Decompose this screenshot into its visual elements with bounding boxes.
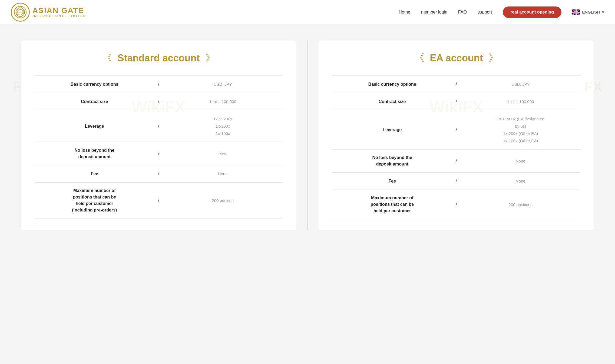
ea-currency-divider: / [452, 81, 461, 87]
standard-currency-label: Basic currency options [34, 81, 155, 88]
ea-noloss-divider: / [452, 158, 461, 164]
bracket-left-standard: 《 [102, 51, 112, 65]
standard-fee-divider: / [155, 171, 163, 177]
standard-fee-label: Fee [34, 171, 155, 177]
standard-maxpos-value: 200 position [163, 197, 283, 204]
ea-account-heading: EA account [430, 52, 483, 64]
bracket-left-ea: 《 [415, 51, 424, 65]
ea-fee-value: None [461, 177, 581, 185]
main-content: FX 《 Standard account 》 Basic currency o… [10, 24, 605, 241]
standard-row-fee: Fee / None [34, 165, 283, 182]
standard-contract-value: 1 lot = 100,000 [163, 98, 283, 105]
standard-noloss-value: Yes [163, 150, 283, 157]
language-selector[interactable]: ENGLISH ▾ [572, 9, 604, 15]
ea-row-leverage: Leverage / 1x-1: 500x (EA designatedby u… [332, 110, 581, 149]
standard-contract-divider: / [155, 99, 163, 104]
standard-leverage-divider: / [155, 123, 163, 129]
ea-maxpos-divider: / [452, 202, 461, 207]
standard-noloss-divider: / [155, 151, 163, 157]
ea-leverage-value: 1x-1: 500x (EA designatedby us)1x-200x (… [461, 115, 581, 144]
standard-noloss-label: No loss beyond thedeposit amount [34, 147, 155, 160]
standard-leverage-value: 1x-1: 200x1x-200x1x-100x [163, 115, 283, 137]
standard-account-table: Basic currency options / USD, JPY Contra… [34, 75, 283, 219]
nav-support[interactable]: support [478, 10, 492, 15]
ea-account-title: 《 EA account 》 [332, 51, 581, 65]
nav-member-login[interactable]: member login [421, 10, 447, 15]
ea-noloss-label: No loss beyond thedeposit amount [332, 154, 452, 167]
logo-text: ASIAN GATE INTERNATIONAL LIMITED [32, 7, 86, 18]
logo: ASIAN GATE INTERNATIONAL LIMITED [11, 3, 86, 22]
ea-account-table: Basic currency options / USD, JPY Contra… [332, 75, 581, 219]
standard-row-leverage: Leverage / 1x-1: 200x1x-200x1x-100x [34, 110, 283, 142]
standard-account-panel: 《 Standard account 》 Basic currency opti… [21, 41, 296, 230]
svg-point-0 [14, 6, 26, 18]
ea-contract-label: Contract size [332, 98, 452, 105]
ea-row-fee: Fee / None [332, 172, 581, 190]
ea-leverage-label: Leverage [332, 127, 452, 133]
ea-maxpos-value: 200 positions [461, 201, 581, 208]
standard-maxpos-label: Maximum number ofpositions that can behe… [34, 187, 155, 213]
standard-maxpos-divider: / [155, 198, 163, 203]
ea-row-maxpos: Maximum number ofpositions that can behe… [332, 190, 581, 219]
logo-main-text: ASIAN GATE [32, 7, 86, 14]
ea-fee-divider: / [452, 178, 461, 184]
ea-currency-label: Basic currency options [332, 81, 452, 88]
ea-contract-value: 1 lot = 100,000 [461, 98, 581, 105]
chevron-down-icon: ▾ [602, 10, 604, 15]
header: ASIAN GATE INTERNATIONAL LIMITED Home me… [0, 0, 615, 24]
standard-row-maxpos: Maximum number ofpositions that can behe… [34, 182, 283, 219]
nav-home[interactable]: Home [399, 10, 410, 15]
standard-account-title: 《 Standard account 》 [34, 51, 283, 65]
standard-leverage-label: Leverage [34, 123, 155, 130]
ea-maxpos-label: Maximum number ofpositions that can behe… [332, 195, 452, 214]
account-opening-button[interactable]: real account opening [503, 6, 561, 18]
logo-circle [11, 3, 30, 22]
ea-row-noloss: No loss beyond thedeposit amount / None [332, 149, 581, 172]
ea-row-contract: Contract size / 1 lot = 100,000 [332, 93, 581, 110]
svg-point-1 [18, 9, 23, 15]
logo-sub-text: INTERNATIONAL LIMITED [32, 14, 86, 18]
column-separator [307, 41, 308, 230]
standard-row-noloss: No loss beyond thedeposit amount / Yes [34, 142, 283, 165]
svg-rect-11 [576, 9, 576, 15]
ea-leverage-divider: / [452, 127, 461, 133]
ea-row-currency: Basic currency options / USD, JPY [332, 75, 581, 93]
language-label: ENGLISH [582, 10, 600, 14]
bracket-right-standard: 》 [205, 51, 215, 65]
ea-noloss-value: None [461, 157, 581, 165]
standard-currency-divider: / [155, 81, 163, 87]
standard-currency-value: USD, JPY [163, 81, 283, 88]
ea-contract-divider: / [452, 99, 461, 104]
standard-fee-value: None [163, 170, 283, 177]
standard-contract-label: Contract size [34, 98, 155, 105]
ea-fee-label: Fee [332, 178, 452, 184]
standard-account-heading: Standard account [117, 52, 200, 64]
flag-uk-icon [572, 9, 580, 15]
bracket-right-ea: 》 [488, 51, 498, 65]
ea-account-panel: 《 EA account 》 Basic currency options / … [319, 41, 594, 230]
standard-row-contract: Contract size / 1 lot = 100,000 [34, 93, 283, 110]
nav-faq[interactable]: FAQ [458, 10, 467, 15]
standard-row-currency: Basic currency options / USD, JPY [34, 75, 283, 93]
ea-currency-value: USD, JPY [461, 81, 581, 88]
navigation: Home member login FAQ support real accou… [399, 6, 604, 18]
